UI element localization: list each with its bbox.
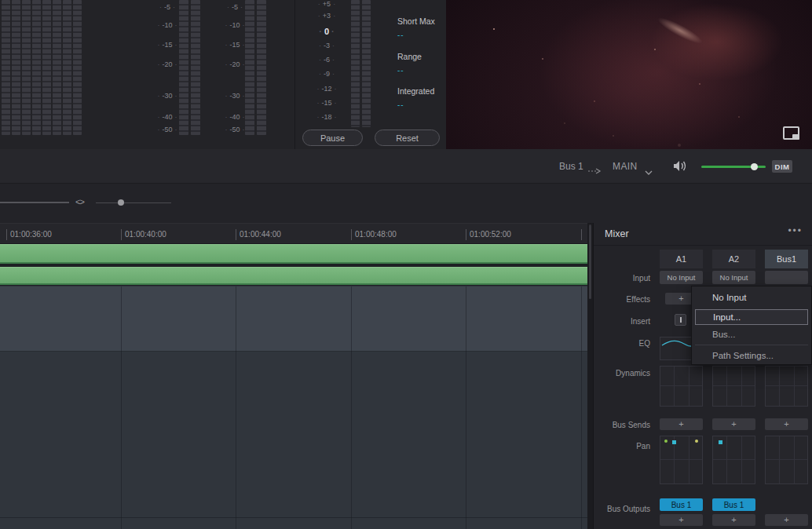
dim-button[interactable]: DIM [772, 160, 792, 173]
add-bus-output-button[interactable]: + [660, 514, 703, 526]
timeline-ruler[interactable]: 01:00:36:0001:00:40:0001:00:44:0001:00:4… [0, 223, 587, 244]
add-bus-send-button[interactable]: + [765, 418, 808, 430]
loudness-stat-range: Range -- [397, 52, 444, 75]
timeline-background [0, 351, 587, 529]
loudness-reset-button[interactable]: Reset [375, 130, 440, 146]
stat-label: Short Max [397, 16, 444, 26]
audio-clip-track2[interactable] [0, 267, 587, 285]
meter-scale-label: -5 [154, 3, 181, 11]
level-meter-bar [12, 0, 20, 135]
meter-scale-label: -30 [154, 92, 181, 100]
pan-dot-right [695, 440, 698, 443]
pan-pad[interactable] [660, 436, 703, 484]
scrollbar-thumb[interactable] [589, 224, 591, 299]
horizontal-scrollbar[interactable] [0, 202, 69, 203]
fairlight-audio-page: Short Max -- Range -- Integrated -- Paus… [0, 0, 812, 529]
channel-strip-a1: A1 No Input + + Bus 1 + [660, 223, 703, 529]
stat-value: -- [397, 31, 444, 39]
bus-output-button[interactable]: Bus 1 [712, 498, 755, 511]
level-meter-bar [257, 0, 266, 135]
meter-scale-label: -10 [221, 21, 248, 29]
loudness-scale-label: -12 [311, 85, 342, 93]
monitor-target-select[interactable]: MAIN [613, 161, 638, 172]
pan-position-marker [719, 440, 722, 444]
row-label-insert: Insert [594, 317, 650, 326]
menu-item-no-input[interactable]: No Input [695, 290, 808, 305]
loudness-scale-label: +3 [311, 12, 342, 20]
dynamics-display[interactable] [660, 366, 703, 407]
menu-item-bus[interactable]: Bus... [695, 327, 808, 342]
channel-header[interactable]: A1 [660, 250, 703, 268]
zoom-slider[interactable] [96, 202, 171, 203]
ruler-tick [351, 229, 352, 240]
meter-scale-label: -5 [221, 3, 248, 11]
ruler-timecode: 01:00:36:00 [10, 230, 52, 239]
volume-knob[interactable] [751, 163, 758, 170]
zoom-knob[interactable] [118, 199, 124, 206]
meter-scale: -5-10-15-20-30-40-50 [154, 0, 181, 133]
meter-scale-label: -10 [154, 21, 181, 29]
row-label-input: Input [594, 274, 650, 283]
loudness-scale-label: -18 [311, 113, 342, 121]
loudness-meter-bar [362, 0, 371, 127]
input-select[interactable]: No Input [712, 271, 755, 284]
ruler-tick [6, 229, 7, 240]
level-meter-bar [22, 0, 31, 135]
level-meter-bar [191, 0, 200, 135]
dynamics-display[interactable] [765, 366, 808, 407]
stat-value: -- [397, 100, 444, 109]
add-bus-output-button[interactable]: + [712, 514, 755, 526]
meter-scale-label: -40 [221, 113, 248, 121]
timeline[interactable]: 01:00:36:0001:00:40:0001:00:44:0001:00:4… [0, 223, 587, 529]
mixer-title: Mixer [605, 228, 629, 239]
input-context-menu: No Input Input... Bus... Path Settings..… [691, 286, 812, 365]
monitoring-bar: Bus 1 MAIN DIM [0, 149, 812, 184]
ruler-timecode: 01:00:44:00 [240, 230, 281, 239]
loudness-scale: +5+30-3-6-9-12-15-18 [311, 0, 342, 133]
mixer-panel: Mixer ••• Input Effects Insert EQ Dynami… [593, 223, 812, 529]
panel-divider [294, 0, 295, 149]
dynamics-display[interactable] [712, 366, 755, 407]
input-select[interactable]: No Input [660, 271, 703, 284]
stat-value: -- [397, 66, 444, 75]
chevron-down-icon[interactable] [645, 164, 653, 178]
level-meter-bar [2, 0, 10, 135]
channel-header[interactable]: Bus1 [765, 250, 808, 268]
gridline-horizontal [0, 517, 587, 518]
horizontal-zoom-icon[interactable]: <> [75, 197, 84, 206]
add-bus-send-button[interactable]: + [712, 418, 755, 430]
audio-meters-panel: Short Max -- Range -- Integrated -- Paus… [0, 0, 446, 150]
pan-pad[interactable] [712, 436, 755, 484]
menu-item-path-settings[interactable]: Path Settings... [695, 348, 808, 363]
channel-header[interactable]: A2 [712, 250, 755, 268]
row-label-bus-outputs: Bus Outputs [594, 505, 650, 513]
menu-item-input[interactable]: Input... [695, 309, 808, 325]
loudness-scale-label: -9 [311, 70, 342, 78]
pan-position-marker [672, 440, 676, 444]
loudness-scale-label: -3 [311, 42, 342, 49]
speaker-icon[interactable] [673, 160, 688, 175]
add-bus-send-button[interactable]: + [660, 418, 703, 430]
row-label-dynamics: Dynamics [594, 369, 650, 378]
meter-scale-label: -50 [154, 126, 181, 133]
ruler-tick [581, 229, 582, 240]
picture-in-picture-icon[interactable] [783, 126, 799, 140]
pan-pad[interactable] [765, 436, 808, 484]
insert-button[interactable] [675, 314, 686, 326]
audio-clip-track1[interactable] [0, 244, 587, 264]
ruler-tick [466, 229, 466, 240]
track-lane[interactable] [0, 286, 587, 351]
meter-scale-label: -20 [221, 60, 248, 68]
monitor-volume-slider[interactable] [701, 166, 766, 168]
vertical-scrollbar[interactable] [587, 223, 593, 529]
monitor-source-select[interactable]: Bus 1 [559, 161, 583, 172]
input-select[interactable] [765, 271, 808, 284]
add-bus-output-button[interactable]: + [765, 514, 808, 526]
loudness-stat-short-max: Short Max -- [397, 16, 444, 39]
loudness-scale-label: -6 [311, 56, 342, 64]
bus-output-button[interactable]: Bus 1 [660, 498, 703, 511]
meter-scale-label: -30 [221, 92, 248, 100]
level-meter-bar [73, 0, 82, 135]
channel-strip-a2: A2 No Input + + Bus 1 + [712, 223, 755, 529]
loudness-scale-label: 0 [311, 27, 342, 36]
